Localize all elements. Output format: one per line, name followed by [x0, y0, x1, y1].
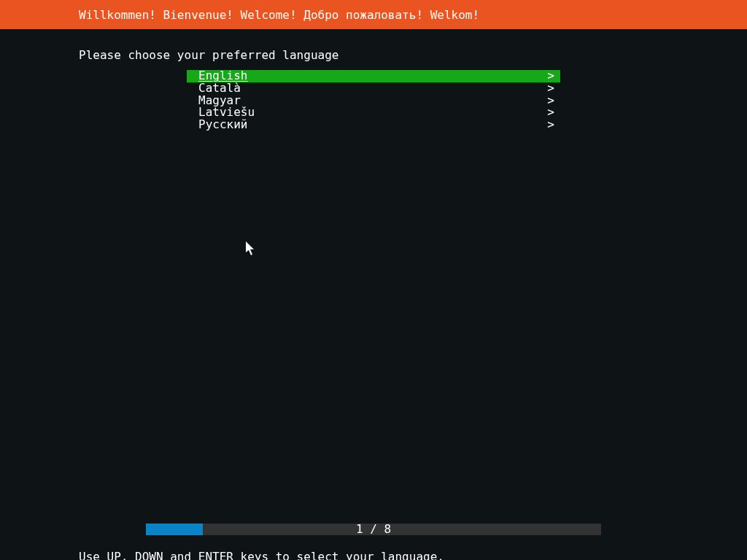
chevron-right-icon: >: [547, 119, 554, 131]
language-label: Latviešu: [198, 106, 547, 119]
language-list[interactable]: English > Català > Magyar > Latviešu > Р…: [187, 70, 560, 131]
language-label: Català: [198, 82, 547, 95]
header-bar: Willkommen! Bienvenue! Welcome! Добро по…: [0, 0, 747, 29]
mouse-cursor-icon: [246, 241, 256, 256]
hint-text: Use UP, DOWN and ENTER keys to select yo…: [79, 550, 444, 560]
progress-label: 1 / 8: [0, 524, 747, 535]
header-title: Willkommen! Bienvenue! Welcome! Добро по…: [79, 8, 479, 22]
installer-screen: Willkommen! Bienvenue! Welcome! Добро по…: [0, 0, 747, 560]
language-label: English: [198, 70, 547, 82]
language-label: Русский: [198, 119, 547, 131]
language-item-catala[interactable]: Català >: [187, 82, 560, 95]
language-item-english[interactable]: English >: [187, 70, 560, 82]
language-item-russkiy[interactable]: Русский >: [187, 119, 560, 131]
prompt-text: Please choose your preferred language: [79, 48, 338, 62]
